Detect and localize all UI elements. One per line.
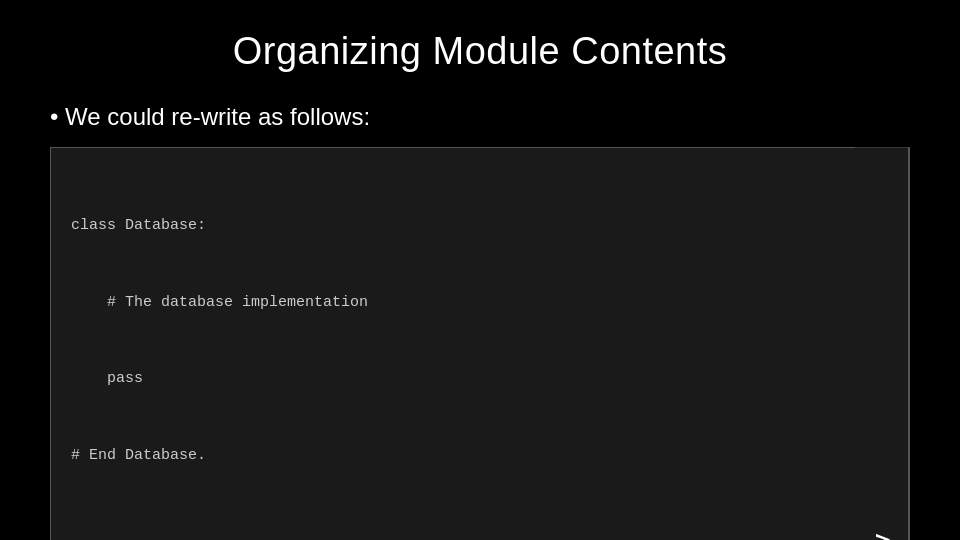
code-container: class Database: # The database implement…	[50, 147, 910, 540]
slide-title: Organizing Module Contents	[50, 30, 910, 73]
code-line-3: pass	[71, 366, 835, 392]
code-line-4: # End Database.	[71, 443, 835, 469]
slide: Organizing Module Contents • We could re…	[0, 0, 960, 540]
code-line-1: class Database:	[71, 213, 835, 239]
code-line-2: # The database implementation	[71, 290, 835, 316]
sidebar-label: database.py	[855, 148, 909, 540]
bullet-point: • We could re-write as follows:	[50, 103, 910, 131]
code-block: class Database: # The database implement…	[51, 148, 855, 540]
code-empty-1	[71, 519, 835, 540]
